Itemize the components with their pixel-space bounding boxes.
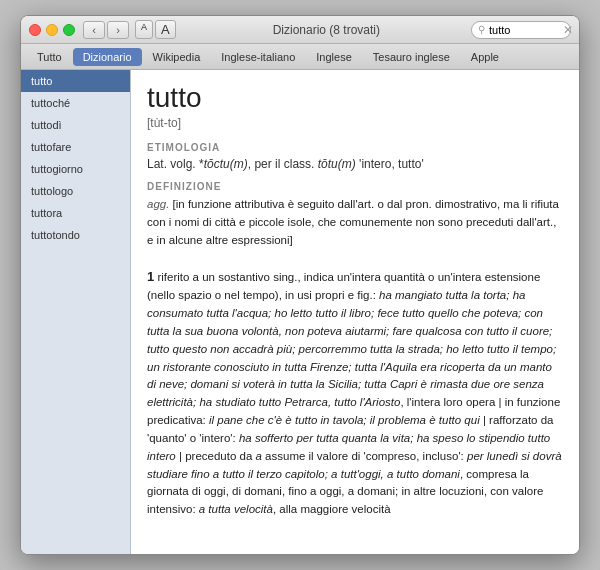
forward-button[interactable]: › xyxy=(107,21,129,39)
window-title: Dizionario (8 trovati) xyxy=(182,23,471,37)
tab-wikipedia[interactable]: Wikipedia xyxy=(143,48,211,66)
font-buttons: A A xyxy=(135,20,176,39)
sidebar-item-tuttoche[interactable]: tuttoché xyxy=(21,92,130,114)
main-area: tutto tuttoché tuttodì tuttofare tuttogi… xyxy=(21,70,579,554)
tab-inglese[interactable]: Inglese xyxy=(306,48,361,66)
content-area: tutto [tùt-to] ETIMOLOGIA Lat. volg. *tŏ… xyxy=(131,70,579,554)
app-window: ‹ › A A Dizionario (8 trovati) ⚲ ✕ Tutto… xyxy=(20,15,580,555)
word-heading: tutto xyxy=(147,82,563,114)
sidebar-item-tutto[interactable]: tutto xyxy=(21,70,130,92)
search-icon: ⚲ xyxy=(478,24,485,35)
search-box[interactable]: ⚲ ✕ xyxy=(471,21,571,39)
minimize-button[interactable] xyxy=(46,24,58,36)
tab-tutto[interactable]: Tutto xyxy=(27,48,72,66)
sidebar-item-tuttodi[interactable]: tuttodì xyxy=(21,114,130,136)
sidebar-item-tuttologo[interactable]: tuttologo xyxy=(21,180,130,202)
search-input[interactable] xyxy=(489,24,559,36)
etymology-text: Lat. volg. *tŏctu(m), per il class. tōtu… xyxy=(147,157,563,171)
search-clear-button[interactable]: ✕ xyxy=(563,24,573,36)
definition-text: agg. [in funzione attributiva è seguito … xyxy=(147,196,563,519)
tabs-bar: Tutto Dizionario Wikipedia Inglese-itali… xyxy=(21,44,579,70)
etymology-label: ETIMOLOGIA xyxy=(147,142,563,153)
font-large-button[interactable]: A xyxy=(155,20,176,39)
definition-label: DEFINIZIONE xyxy=(147,181,563,192)
nav-buttons: ‹ › xyxy=(83,21,129,39)
close-button[interactable] xyxy=(29,24,41,36)
tab-inglese-italiano[interactable]: Inglese-italiano xyxy=(211,48,305,66)
font-small-button[interactable]: A xyxy=(135,20,153,39)
sidebar-item-tuttofare[interactable]: tuttofare xyxy=(21,136,130,158)
titlebar: ‹ › A A Dizionario (8 trovati) ⚲ ✕ xyxy=(21,16,579,44)
pronunciation: [tùt-to] xyxy=(147,116,563,130)
sidebar-item-tuttora[interactable]: tuttora xyxy=(21,202,130,224)
tab-apple[interactable]: Apple xyxy=(461,48,509,66)
maximize-button[interactable] xyxy=(63,24,75,36)
back-button[interactable]: ‹ xyxy=(83,21,105,39)
tab-dizionario[interactable]: Dizionario xyxy=(73,48,142,66)
sidebar: tutto tuttoché tuttodì tuttofare tuttogi… xyxy=(21,70,131,554)
traffic-lights xyxy=(29,24,75,36)
tab-tesauro[interactable]: Tesauro inglese xyxy=(363,48,460,66)
sidebar-item-tuttogiorno[interactable]: tuttogiorno xyxy=(21,158,130,180)
sidebar-item-tuttotondo[interactable]: tuttotondo xyxy=(21,224,130,246)
